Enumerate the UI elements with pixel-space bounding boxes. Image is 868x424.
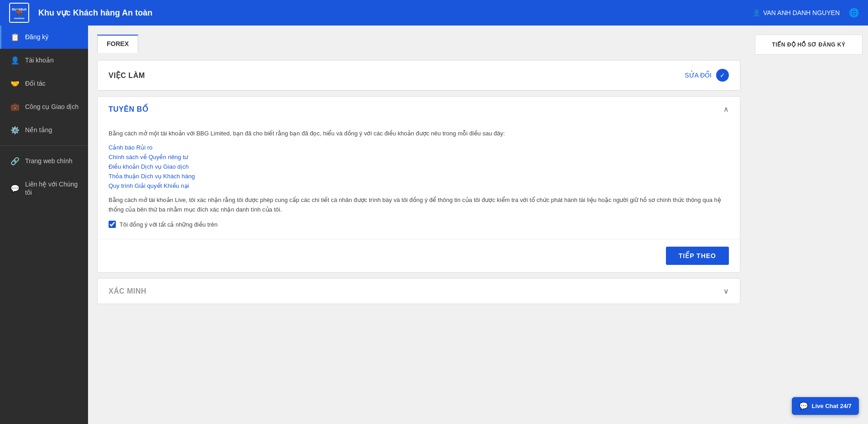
right-panel: TIẾN ĐỘ HỒ SƠ ĐĂNG KÝ — [749, 26, 868, 424]
sidebar-item-label: Nền tảng — [25, 126, 52, 134]
layout: 📋 Đăng ký 👤 Tài khoản 🤝 Đối tác 💼 Công c… — [0, 26, 868, 424]
link-dieu-khoan[interactable]: Điều khoản Dịch vụ Giao dịch — [109, 163, 729, 170]
sidebar-item-dang-ky[interactable]: 📋 Đăng ký — [0, 26, 88, 49]
verification-title: XÁC MINH — [109, 287, 146, 295]
doi-tac-icon: 🤝 — [10, 79, 20, 88]
globe-icon[interactable]: 🌐 — [849, 8, 859, 18]
sidebar-item-label: Liên hệ với Chúng tôi — [25, 180, 79, 196]
tai-khoan-icon: 👤 — [10, 56, 20, 65]
check-circle-icon: ✓ — [716, 69, 729, 82]
sidebar-item-doi-tac[interactable]: 🤝 Đối tác — [0, 72, 88, 95]
sidebar-item-label: Đăng ký — [25, 33, 48, 41]
main-content: FOREX VIỆC LÀM SỬA ĐỔI ✓ TUYÊN BỐ ∧ — [88, 26, 749, 424]
link-quy-trinh[interactable]: Quy trình Giải quyết Khiếu nại — [109, 182, 729, 189]
cong-cu-icon: 💼 — [10, 103, 20, 111]
tabs: FOREX — [97, 35, 740, 53]
progress-button[interactable]: TIẾN ĐỘ HỒ SƠ ĐĂNG KÝ — [755, 35, 863, 55]
trang-web-icon: 🔗 — [10, 157, 20, 165]
tab-forex-label: FOREX — [107, 40, 129, 47]
dang-ky-icon: 📋 — [10, 33, 20, 41]
sidebar-item-label: Tài khoản — [25, 56, 54, 64]
viec-lam-card: VIỆC LÀM SỬA ĐỔI ✓ — [97, 60, 740, 91]
collapse-icon: ∧ — [723, 105, 729, 114]
declaration-body: Bằng cách mở một tài khoản với BBG Limit… — [98, 122, 740, 239]
live-chat-label: Live Chat 24/7 — [812, 403, 852, 409]
declaration-footer: TIẾP THEO — [98, 239, 740, 272]
tab-forex[interactable]: FOREX — [97, 35, 138, 53]
viec-lam-header: VIỆC LÀM SỬA ĐỔI ✓ — [98, 61, 740, 90]
svg-text:markets: markets — [14, 17, 25, 20]
sidebar-divider — [0, 145, 88, 146]
link-canh-bao[interactable]: Cảnh báo Rủi ro — [109, 144, 729, 151]
checkbox-label: Tôi đồng ý với tất cả những điều trên — [120, 221, 218, 228]
edit-link[interactable]: SỬA ĐỔI — [685, 72, 712, 79]
sidebar-item-label: Đối tác — [25, 79, 46, 88]
declaration-title: TUYÊN BỐ — [109, 105, 148, 114]
check-mark: ✓ — [720, 72, 725, 79]
verification-card: XÁC MINH ∨ — [97, 278, 740, 304]
viec-lam-title: VIỆC LÀM — [109, 71, 145, 80]
lien-he-icon: 💬 — [10, 184, 20, 193]
sidebar: 📋 Đăng ký 👤 Tài khoản 🤝 Đối tác 💼 Công c… — [0, 26, 88, 424]
sidebar-item-trang-web[interactable]: 🔗 Trang web chính — [0, 150, 88, 173]
declaration-header[interactable]: TUYÊN BỐ ∧ — [98, 97, 740, 122]
declaration-paragraph2: Bằng cách mở tài khoản Live, tôi xác nhậ… — [109, 196, 729, 215]
link-chinh-sach[interactable]: Chính sách về Quyền riêng tư — [109, 154, 729, 160]
link-thoa-thuan[interactable]: Thỏa thuận Dịch vụ Khách hàng — [109, 173, 729, 180]
sidebar-item-cong-cu[interactable]: 💼 Công cụ Giao dịch — [0, 95, 88, 119]
logo-area: BlackBull 🐂 markets — [9, 3, 29, 23]
sidebar-item-lien-he[interactable]: 💬 Liên hệ với Chúng tôi — [0, 173, 88, 204]
header-left: BlackBull 🐂 markets Khu vực Khách hàng A… — [9, 3, 152, 23]
sidebar-item-label: Trang web chính — [25, 157, 73, 165]
sidebar-item-label: Công cụ Giao dịch — [25, 103, 78, 111]
user-icon: 👤 — [753, 9, 760, 16]
next-button[interactable]: TIẾP THEO — [666, 247, 729, 265]
viec-lam-actions: SỬA ĐỔI ✓ — [685, 69, 729, 82]
agreement-checkbox-row: Tôi đồng ý với tất cả những điều trên — [109, 221, 729, 228]
nen-tang-icon: ⚙️ — [10, 126, 20, 134]
svg-text:🐂: 🐂 — [15, 8, 24, 16]
user-name: VAN ANH DANH NGUYEN — [763, 9, 840, 16]
live-chat-widget[interactable]: 💬 Live Chat 24/7 — [792, 397, 859, 415]
sidebar-item-nen-tang[interactable]: ⚙️ Nền tảng — [0, 119, 88, 142]
sidebar-item-tai-khoan[interactable]: 👤 Tài khoản — [0, 49, 88, 72]
declaration-card: TUYÊN BỐ ∧ Bằng cách mở một tài khoản vớ… — [97, 96, 740, 273]
header-right: 👤 VAN ANH DANH NGUYEN 🌐 — [753, 8, 859, 18]
expand-icon: ∨ — [723, 287, 729, 295]
declaration-paragraph1: Bằng cách mở một tài khoản với BBG Limit… — [109, 129, 729, 139]
agreement-checkbox[interactable] — [109, 221, 116, 228]
verification-header[interactable]: XÁC MINH ∨ — [98, 279, 740, 304]
blackbull-logo: BlackBull 🐂 markets — [9, 3, 29, 23]
header: BlackBull 🐂 markets Khu vực Khách hàng A… — [0, 0, 868, 26]
header-user: 👤 VAN ANH DANH NGUYEN — [753, 9, 840, 16]
header-title: Khu vực Khách hàng An toàn — [38, 8, 152, 18]
chat-icon: 💬 — [799, 402, 808, 410]
